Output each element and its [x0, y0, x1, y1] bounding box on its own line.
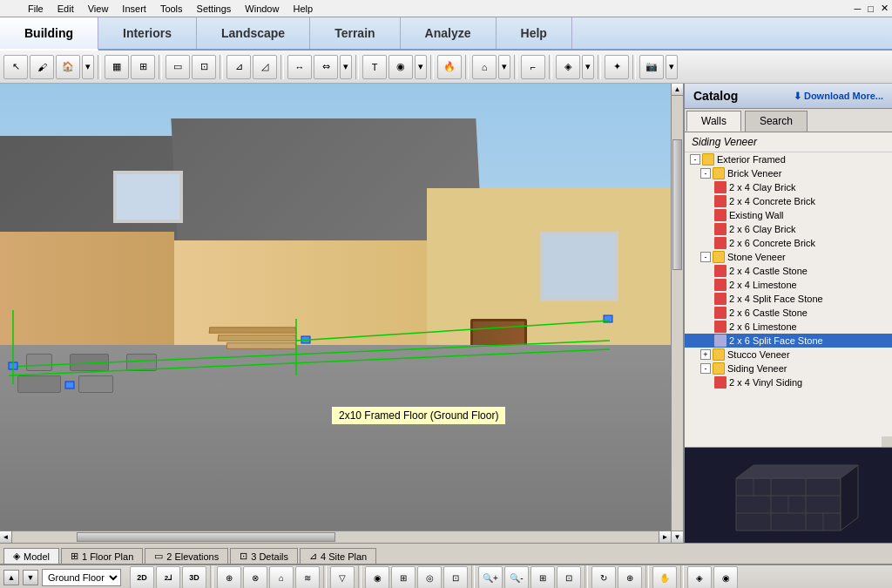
scroll-left-btn[interactable]: ◄ — [0, 531, 12, 543]
toolbar-roof[interactable]: ⌂ — [472, 55, 497, 79]
nav-btn-2[interactable]: ⊗ — [243, 566, 267, 588]
toolbar-camera[interactable]: 📷 — [639, 55, 664, 79]
toolbar-wall[interactable]: ▦ — [105, 55, 129, 79]
tree-item-limestone-26[interactable]: 2 x 6 Limestone — [685, 320, 892, 334]
tree-item-clay-brick-24[interactable]: 2 x 4 Clay Brick — [685, 180, 892, 194]
tree-item-concrete-brick-24[interactable]: 2 x 4 Concrete Brick — [685, 194, 892, 208]
toolbar-door[interactable]: ▭ — [166, 55, 190, 79]
view-toggle-4[interactable]: ⊡ — [443, 566, 468, 588]
scroll-thumb-v[interactable] — [672, 139, 682, 270]
window-restore[interactable]: □ — [864, 3, 877, 14]
toolbar-paint[interactable]: 🖌 — [30, 55, 54, 79]
view-toggle-2[interactable]: ⊞ — [391, 566, 416, 588]
render-btn[interactable]: ◈ — [687, 566, 712, 588]
toolbar-camera-dropdown[interactable]: ▾ — [666, 55, 678, 79]
window-close[interactable]: ✕ — [877, 3, 892, 14]
catalog-tree[interactable]: - Exterior Framed - Brick Veneer 2 x 4 C… — [685, 152, 892, 445]
view-tab-floor-plan[interactable]: ⊞ 1 Floor Plan — [61, 548, 143, 564]
tree-item-split-face-26[interactable]: 2 x 6 Split Face Stone — [685, 334, 892, 348]
view-tab-model[interactable]: ◈ Model — [3, 548, 59, 564]
scroll-down-btn[interactable]: ▼ — [672, 531, 683, 543]
nav-btn-3[interactable]: ⌂ — [269, 566, 294, 588]
expand-stone-veneer[interactable]: - — [700, 252, 711, 262]
download-more-btn[interactable]: ⬇ Download More... — [794, 91, 883, 102]
tree-item-stucco-veneer[interactable]: + Stucco Veneer — [685, 348, 892, 362]
menu-settings[interactable]: Settings — [190, 3, 239, 14]
toolbar-spray[interactable]: ✦ — [605, 55, 629, 79]
tree-item-brick-veneer[interactable]: - Brick Veneer — [685, 166, 892, 180]
view-tab-site-plan[interactable]: ⊿ 4 Site Plan — [300, 548, 376, 564]
view-2d-btn[interactable]: 2D — [130, 566, 154, 588]
expand-siding-veneer[interactable]: - — [700, 363, 711, 374]
tree-item-castle-stone-26[interactable]: 2 x 6 Castle Stone — [685, 306, 892, 320]
view-2da-btn[interactable]: 2⅃ — [156, 566, 180, 588]
floor-dropdown[interactable]: Ground Floor — [42, 569, 121, 586]
tab-building[interactable]: Building — [0, 17, 98, 51]
toolbar-callout[interactable]: ◉ — [389, 55, 413, 79]
toolbar-roof-dropdown[interactable]: ▾ — [498, 55, 510, 79]
tab-analyze[interactable]: Analyze — [401, 17, 497, 49]
toolbar-dim-dropdown[interactable]: ▾ — [340, 55, 352, 79]
tree-item-existing-wall[interactable]: Existing Wall — [685, 208, 892, 222]
menu-insert[interactable]: Insert — [115, 3, 153, 14]
toolbar-house[interactable]: 🏠 — [56, 55, 80, 79]
menu-help[interactable]: Help — [286, 3, 320, 14]
toolbar-window[interactable]: ⊡ — [192, 55, 216, 79]
toolbar-dim2[interactable]: ⇔ — [314, 55, 338, 79]
toolbar-material-dropdown[interactable]: ▾ — [582, 55, 594, 79]
zoom-fit-btn[interactable]: ⊞ — [530, 566, 555, 588]
toolbar-stair[interactable]: ⊿ — [226, 55, 251, 79]
menu-edit[interactable]: Edit — [51, 3, 81, 14]
scroll-right-btn[interactable]: ► — [659, 531, 671, 543]
tab-interiors[interactable]: Interiors — [98, 17, 197, 49]
render2-btn[interactable]: ◉ — [713, 566, 738, 588]
tab-help[interactable]: Help — [497, 17, 572, 49]
menu-tools[interactable]: Tools — [153, 3, 190, 14]
view-3d-btn[interactable]: 3D — [182, 566, 206, 588]
scroll-thumb-h[interactable] — [77, 532, 335, 542]
tree-item-concrete-brick-26[interactable]: 2 x 6 Concrete Brick — [685, 236, 892, 250]
tree-item-siding-veneer[interactable]: - Siding Veneer — [685, 362, 892, 375]
menu-file[interactable]: File — [21, 3, 51, 14]
pan-btn[interactable]: ✋ — [652, 566, 677, 588]
floor-up-btn[interactable]: ▲ — [3, 570, 19, 585]
view-toggle-1[interactable]: ◉ — [365, 566, 389, 588]
toolbar-grid[interactable]: ⊞ — [131, 55, 155, 79]
nav-btn-1[interactable]: ⊕ — [217, 566, 241, 588]
expand-stucco-veneer[interactable]: + — [700, 349, 711, 360]
viewport-scrollbar-h[interactable]: ◄ ► — [0, 531, 671, 543]
toolbar-stair2[interactable]: ◿ — [253, 55, 277, 79]
toolbar-callout-dropdown[interactable]: ▾ — [415, 55, 427, 79]
rotate-btn[interactable]: ↻ — [591, 566, 616, 588]
tree-item-clay-brick-26[interactable]: 2 x 6 Clay Brick — [685, 222, 892, 236]
catalog-tab-walls[interactable]: Walls — [686, 111, 741, 132]
view-tab-details[interactable]: ⊡ 3 Details — [230, 548, 298, 564]
filter-btn[interactable]: ▽ — [330, 566, 355, 588]
expand-brick-veneer[interactable]: - — [700, 168, 711, 179]
toolbar-material[interactable]: ◈ — [556, 55, 580, 79]
menu-window[interactable]: Window — [238, 3, 286, 14]
view-toggle-3[interactable]: ◎ — [417, 566, 442, 588]
window-minimize[interactable]: ─ — [851, 3, 865, 14]
tree-item-vinyl-siding-24[interactable]: 2 x 4 Vinyl Siding — [685, 375, 892, 389]
toolbar-text[interactable]: T — [362, 55, 387, 79]
orbit-btn[interactable]: ⊕ — [618, 566, 642, 588]
tree-item-castle-stone-24[interactable]: 2 x 4 Castle Stone — [685, 264, 892, 278]
menu-view[interactable]: View — [81, 3, 116, 14]
zoom-selection-btn[interactable]: ⊡ — [557, 566, 581, 588]
tree-item-split-face-24[interactable]: 2 x 4 Split Face Stone — [685, 292, 892, 306]
toolbar-house-dropdown[interactable]: ▾ — [82, 55, 94, 79]
tree-item-stone-veneer[interactable]: - Stone Veneer — [685, 250, 892, 264]
tab-terrain[interactable]: Terrain — [310, 17, 400, 49]
zoom-in-btn[interactable]: 🔍+ — [478, 566, 503, 588]
catalog-tab-search[interactable]: Search — [745, 111, 808, 132]
viewport-3d[interactable]: 2x10 Framed Floor (Ground Floor) ▲ ▼ ◄ — [0, 84, 683, 543]
tab-landscape[interactable]: Landscape — [197, 17, 310, 49]
toolbar-fireplace[interactable]: 🔥 — [437, 55, 462, 79]
toolbar-arrow[interactable]: ↖ — [3, 55, 28, 79]
zoom-out-btn[interactable]: 🔍- — [504, 566, 529, 588]
toolbar-dimension[interactable]: ↔ — [287, 55, 312, 79]
nav-btn-4[interactable]: ≋ — [295, 566, 320, 588]
toolbar-column[interactable]: ⌐ — [521, 55, 545, 79]
view-tab-elevations[interactable]: ▭ 2 Elevations — [145, 548, 228, 564]
